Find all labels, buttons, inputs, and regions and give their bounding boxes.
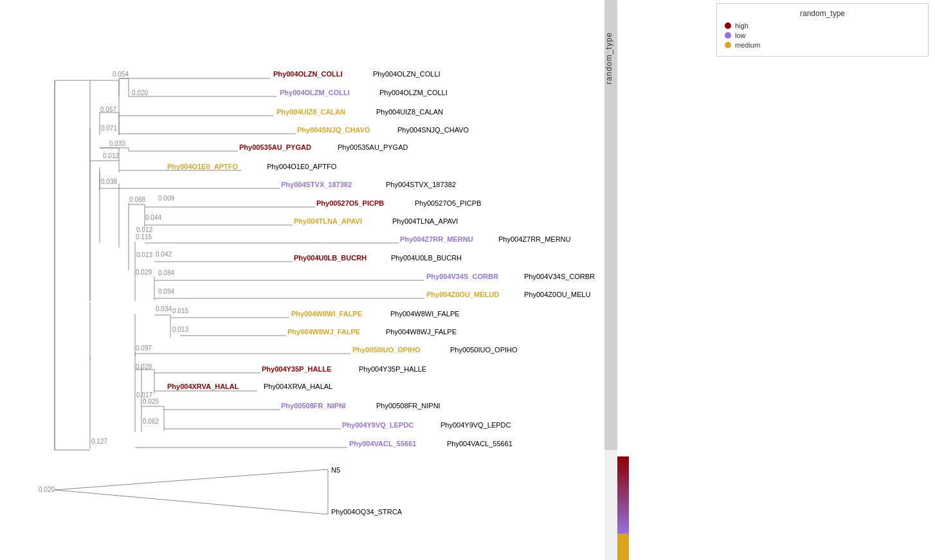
node-label: Phy004Z0OU_MELUD (426, 291, 499, 298)
node-label-black: Phy00535AU_PYGAD (338, 143, 408, 151)
node-label: Phy00535AU_PYGAD (239, 143, 311, 151)
node-label: Phy004Y35P_HALLE (262, 365, 331, 373)
branch-length: 0.094 (158, 288, 174, 295)
node-label-collapsed: N5 (331, 466, 340, 474)
node-label: Phy004O1E0_APTFO (167, 163, 238, 170)
node-label: Phy004UIZ8_CALAN (277, 108, 345, 116)
branch-length: 0.042 (156, 251, 172, 258)
legend-label-low: low (735, 32, 746, 39)
tree-container: 0.054 Phy004OLZN_COLLI Phy004OLZN_COLLI … (0, 0, 604, 560)
node-label: Phy00508FR_NIPNI (281, 402, 346, 410)
legend-box: random_type high low medium (716, 3, 929, 57)
branch-length: 0.084 (158, 269, 174, 276)
node-label-black: Phy004STVX_187382 (386, 181, 456, 188)
node-label-black: Phy004U0LB_BUCRH (391, 254, 462, 262)
node-label-black: Phy004Y9VQ_LEPDC (440, 421, 511, 429)
branch-length: 0.062 (143, 418, 159, 425)
branch-length: 0.071 (101, 125, 117, 132)
branch-length: 0.115 (136, 233, 152, 240)
node-label-black: Phy004TLNA_APAVI (392, 217, 458, 225)
branch-length: 0.028 (136, 363, 152, 370)
node-label: Phy004OLZM_COLLI (280, 89, 350, 96)
branch-length: 0.025 (143, 398, 159, 405)
node-label: Phy004VACL_55661 (349, 440, 416, 447)
node-label-black: Phy00527O5_PICPB (415, 199, 481, 207)
node-label: Phy004OLZN_COLLI (273, 70, 343, 78)
node-label-black: Phy004UIZ8_CALAN (376, 108, 443, 116)
node-label-black: Phy004SNJQ_CHAVO (397, 126, 469, 134)
color-gradient-bottom (617, 534, 629, 560)
svg-marker-61 (55, 469, 328, 514)
legend-item-medium: medium (725, 41, 920, 49)
branch-length: 0.127 (91, 438, 107, 445)
node-label: Phy004SNJQ_CHAVO (297, 126, 370, 134)
branch-length: 0.012 (103, 152, 119, 159)
node-label: Phy004XRVA_HALAL (167, 383, 239, 390)
node-label-black: Phy004OLZM_COLLI (379, 89, 448, 96)
node-label-black: Phy004Z0OU_MELU (524, 291, 590, 298)
node-label: Phy0050IUO_OPIHO (352, 346, 421, 354)
legend-dot-high (725, 23, 731, 29)
node-label-black: Phy004Y35P_HALLE (359, 365, 426, 373)
node-label: Phy004U0LB_BUCRH (294, 254, 367, 262)
branch-length: 0.054 (113, 71, 129, 78)
node-label: Phy004TLNA_APAVI (294, 217, 362, 225)
branch-length: 0.013 (172, 326, 188, 333)
node-label-black: Phy004V34S_CORBR (524, 273, 595, 280)
branch-length: 0.044 (145, 214, 161, 221)
node-label: Phy004W8WJ_FALPE (287, 328, 360, 336)
node-label: Phy004W8WI_FALPE (291, 310, 362, 318)
node-label-black: Phy00508FR_NIPNI (376, 402, 440, 410)
node-label-black: Phy004VACL_55661 (447, 440, 513, 447)
node-label-black: Phy004O1E0_APTFO (267, 163, 337, 170)
branch-length: 0.013 (136, 251, 152, 258)
branch-length: 0.020 (132, 89, 148, 96)
node-label: Phy004Y9VQ_LEPDC (342, 421, 413, 429)
node-label-black: Phy0050IUO_OPIHO (450, 346, 518, 354)
node-label: Phy004Z7RR_MERNU (400, 235, 473, 243)
node-label-black: Phy004W8WJ_FALPE (386, 328, 457, 336)
legend-label-high: high (735, 22, 749, 30)
branch-length: 0.097 (136, 345, 152, 352)
branch-length: 0.057 (100, 106, 116, 113)
phylogenetic-tree: 0.054 Phy004OLZN_COLLI Phy004OLZN_COLLI … (0, 0, 604, 560)
branch-length: 0.012 (136, 226, 152, 233)
node-label-collapsed: Phy004OQ34_STRCA (331, 508, 403, 516)
axis-label: random_type (604, 32, 613, 84)
branch-length: 0.020 (39, 486, 55, 493)
branch-length: 0.015 (172, 307, 188, 314)
branch-length: 0.034 (156, 305, 172, 312)
node-label: Phy004STVX_187382 (281, 181, 352, 188)
legend-title: random_type (725, 9, 920, 18)
legend-dot-medium (725, 42, 731, 48)
branch-length: 0.029 (136, 269, 152, 276)
node-label-black: Phy004Z7RR_MERNU (498, 235, 571, 243)
branch-length: 0.033 (109, 140, 125, 147)
color-gradient-top (617, 456, 629, 534)
node-label-black: Phy004OLZN_COLLI (373, 70, 440, 78)
branch-length: 0.038 (101, 178, 117, 185)
node-label-black: Phy004XRVA_HALAL (264, 383, 332, 390)
legend-item-low: low (725, 32, 920, 39)
node-label: Phy004V34S_CORBR (426, 273, 498, 280)
branch-length: 0.068 (129, 196, 145, 203)
legend-item-high: high (725, 22, 920, 30)
legend-label-medium: medium (735, 41, 760, 49)
branch-length: 0.017 (136, 392, 152, 399)
branch-length: 0.009 (158, 195, 174, 202)
node-label: Phy00527O5_PICPB (316, 199, 384, 207)
color-bar (617, 456, 629, 560)
legend-dot-low (725, 32, 731, 39)
node-label-black: Phy004W8WI_FALPE (390, 310, 460, 318)
